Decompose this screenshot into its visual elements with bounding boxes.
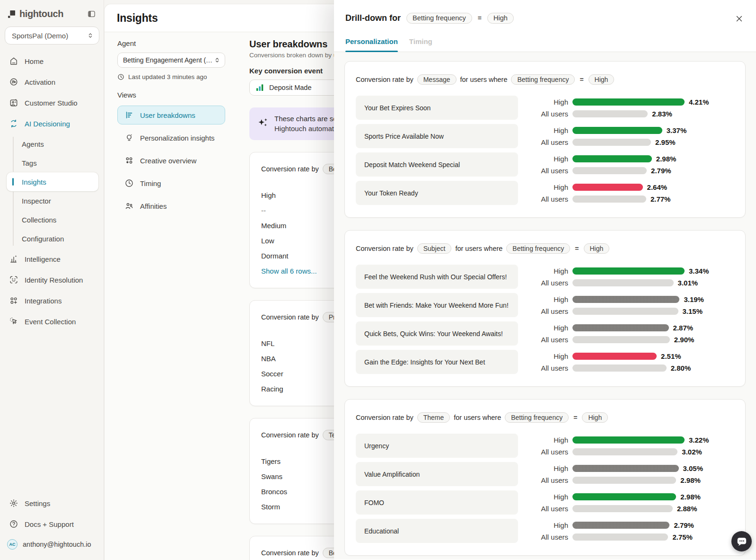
value-pill[interactable]: High (584, 243, 610, 254)
workspace-selector[interactable]: SportsPal (Demo) (5, 27, 99, 44)
sidebar-item-settings[interactable]: Settings (0, 493, 104, 514)
logo-row: hightouch (0, 9, 104, 19)
sidebar-collapse-icon (87, 9, 96, 18)
bar-series-label: High (526, 324, 568, 332)
sidebar-item-insights[interactable]: Insights (7, 172, 98, 191)
views-label: Views (117, 90, 225, 100)
view-item-personalization-insights[interactable]: Personalization insights (117, 128, 225, 147)
sidebar-item-tags[interactable]: Tags (0, 153, 104, 172)
row-bars: High2.79%All users2.75% (526, 521, 694, 541)
row-bars: High4.21%All users2.83% (526, 98, 709, 117)
sidebar-collapse-button[interactable] (87, 9, 96, 18)
row-label-box: Quick Bets, Quick Wins: Your Weekend Awa… (356, 321, 518, 346)
equals-sign: = (572, 411, 578, 424)
bar-value: 2.51% (661, 352, 681, 360)
row-label-box: Your Token Ready (356, 181, 518, 205)
bar-value: 3.22% (689, 436, 709, 444)
bar-line-high: High3.37% (526, 126, 686, 134)
tab-personalization[interactable]: Personalization (345, 38, 398, 52)
drawer-filter-pill: Betting frequency (406, 13, 472, 24)
sidebar-item-ai-decisioning[interactable]: AI Decisioning (0, 113, 104, 134)
bar-line-high: High3.34% (526, 267, 709, 275)
bar-line-high: High2.79% (526, 521, 694, 529)
sidebar-item-label: Intelligence (25, 255, 61, 263)
card-title-text: for users where (460, 73, 508, 86)
filter-pill[interactable]: Betting frequency (505, 412, 569, 423)
bar-light (572, 139, 651, 146)
sidebar-item-customer-studio[interactable]: Customer Studio (0, 92, 104, 113)
bar-series-label: All users (526, 364, 568, 372)
view-item-affinities[interactable]: Affinities (117, 196, 225, 215)
agent-selector[interactable]: Betting Engagement Agent (… (117, 53, 225, 68)
drilldown-row: UrgencyHigh3.22%All users3.02% (356, 434, 734, 458)
sidebar-item-integrations[interactable]: Integrations (0, 290, 104, 311)
sidebar-item-label: Integrations (25, 297, 62, 305)
filter-pill[interactable]: Betting frequency (506, 243, 570, 254)
sidebar-item-intelligence[interactable]: Intelligence (0, 249, 104, 269)
bar-line-all: All users2.83% (526, 110, 709, 117)
value-pill[interactable]: High (589, 74, 615, 85)
bar-light (572, 110, 648, 117)
bar-line-all: All users3.01% (526, 279, 709, 286)
timing-icon (124, 178, 134, 188)
row-label-box: Value Amplification (356, 462, 518, 486)
bar-series-label: All users (526, 279, 568, 287)
view-item-user-breakdowns[interactable]: User breakdowns (117, 106, 225, 124)
sidebar-item-docs-support[interactable]: Docs + Support (0, 514, 104, 534)
row-bars: High2.51%All users2.80% (526, 352, 691, 372)
value-pill[interactable]: High (582, 412, 608, 423)
card-title-text: Conversion rate by (356, 73, 413, 86)
sidebar-item-home[interactable]: Home (0, 51, 104, 71)
customer-studio-icon (9, 98, 18, 107)
drawer-header: Drill-down for Betting frequency = High (334, 0, 756, 24)
drawer-close-button[interactable] (732, 11, 746, 26)
dimension-pill[interactable]: Theme (417, 412, 450, 423)
tab-timing[interactable]: Timing (409, 38, 432, 52)
view-item-timing[interactable]: Timing (117, 174, 225, 193)
chat-launcher-button[interactable] (731, 531, 752, 551)
filters-column: Agent Betting Engagement Agent (… Last u… (117, 39, 225, 560)
drawer-body: Conversion rate byMessagefor users where… (334, 52, 756, 560)
bar-value: 2.95% (655, 138, 676, 146)
bar-value: 3.37% (667, 126, 687, 134)
sidebar-item-label: Insights (22, 178, 46, 186)
sidebar-item-activation[interactable]: Activation (0, 71, 104, 92)
sidebar-item-label: Collections (22, 216, 56, 224)
bar-value: 2.79% (674, 521, 694, 529)
sidebar-footer: SettingsDocs + SupportACanthony@hightouc… (0, 493, 104, 554)
dimension-pill[interactable]: Subject (417, 243, 452, 254)
drilldown-row: FOMOHigh2.98%All users2.88% (356, 490, 734, 515)
bar-series-label: High (526, 98, 568, 106)
bar-series-label: All users (526, 336, 568, 344)
drilldown-card: Conversion rate bySubjectfor users where… (344, 230, 746, 387)
bar-green (572, 98, 685, 106)
view-item-creative-overview[interactable]: Creative overview (117, 151, 225, 170)
bar-green (572, 493, 676, 500)
account-menu[interactable]: ACanthony@hightouch.io (0, 534, 104, 554)
filter-pill[interactable]: Betting frequency (511, 74, 575, 85)
bar-value: 2.98% (656, 155, 677, 163)
bar-green (572, 436, 685, 444)
drilldown-card-title: Conversion rate byMessagefor users where… (356, 73, 734, 86)
sidebar-item-collections[interactable]: Collections (0, 210, 104, 229)
sidebar-item-inspector[interactable]: Inspector (0, 191, 104, 210)
creative-overview-icon (124, 156, 134, 165)
chevron-up-down-icon (214, 57, 220, 63)
last-updated-text: Last updated 3 minutes ago (128, 73, 207, 80)
sidebar-item-configuration[interactable]: Configuration (0, 229, 104, 248)
card-title-text: Conversion rate by (261, 164, 319, 174)
sidebar-item-label: Docs + Support (25, 520, 74, 528)
bar-value: 2.88% (677, 505, 697, 513)
bar-line-all: All users3.02% (526, 448, 709, 455)
dimension-pill[interactable]: Message (417, 74, 457, 85)
sidebar-item-event-collection[interactable]: Event Collection (0, 311, 104, 332)
intelligence-icon (9, 254, 18, 264)
sidebar-item-label: AI Decisioning (25, 120, 70, 128)
bar-light (572, 448, 677, 455)
affinities-icon (124, 201, 134, 211)
bar-light (572, 533, 668, 541)
row-bars: High3.37%All users2.95% (526, 126, 686, 146)
sidebar-item-identity-resolution[interactable]: Identity Resolution (0, 269, 104, 290)
page-title: Insights (117, 12, 158, 25)
sidebar-item-agents[interactable]: Agents (0, 134, 104, 153)
